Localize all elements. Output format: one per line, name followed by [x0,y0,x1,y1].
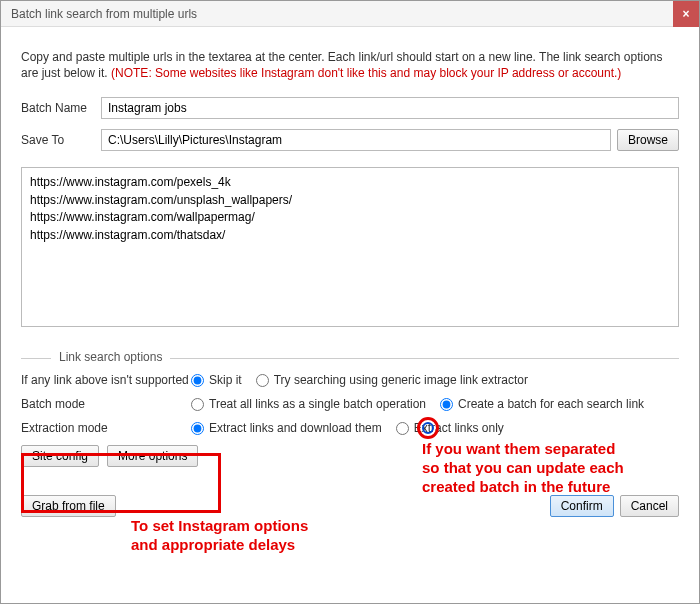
footer-right: Confirm Cancel [550,495,679,517]
radio-skip-it[interactable]: Skip it [191,373,242,387]
confirm-button[interactable]: Confirm [550,495,614,517]
radio-extract-download-label: Extract links and download them [209,421,382,435]
radio-generic-extractor-input[interactable] [256,374,269,387]
radio-generic-extractor-label: Try searching using generic image link e… [274,373,528,387]
radio-extract-only[interactable]: Extract links only [396,421,504,435]
opt-batch-mode-label: Batch mode [21,397,191,411]
radio-batch-per-link-input[interactable] [440,398,453,411]
batch-name-label: Batch Name [21,101,101,115]
close-icon: × [682,7,689,21]
radio-extract-download[interactable]: Extract links and download them [191,421,382,435]
instructions: Copy and paste multiple urls in the text… [21,49,679,81]
save-to-row: Save To Browse [21,129,679,151]
close-button[interactable]: × [673,1,699,27]
opt-unsupported-label: If any link above isn't supported [21,373,191,387]
radio-extract-download-input[interactable] [191,422,204,435]
grab-from-file-button[interactable]: Grab from file [21,495,116,517]
inline-buttons: Site config More options [21,445,679,467]
urls-textarea[interactable] [21,167,679,327]
radio-single-batch-input[interactable] [191,398,204,411]
radio-extract-only-label: Extract links only [414,421,504,435]
window-title: Batch link search from multiple urls [11,7,197,21]
link-search-options-legend: Link search options [51,350,170,364]
opt-unsupported-row: If any link above isn't supported Skip i… [21,373,679,387]
opt-batch-mode-row: Batch mode Treat all links as a single b… [21,397,679,411]
radio-skip-it-label: Skip it [209,373,242,387]
opt-extraction-mode-label: Extraction mode [21,421,191,435]
annotation-text-2-line-2: and appropriate delays [131,536,371,555]
save-to-input[interactable] [101,129,611,151]
radio-generic-extractor[interactable]: Try searching using generic image link e… [256,373,528,387]
radio-batch-per-link-label: Create a batch for each search link [458,397,644,411]
browse-button[interactable]: Browse [617,129,679,151]
batch-name-row: Batch Name [21,97,679,119]
more-options-button[interactable]: More options [107,445,198,467]
link-search-options: Link search options If any link above is… [21,348,679,467]
batch-name-input[interactable] [101,97,679,119]
dialog-content: Copy and paste multiple urls in the text… [1,27,699,531]
radio-single-batch[interactable]: Treat all links as a single batch operat… [191,397,426,411]
opt-extraction-mode-row: Extraction mode Extract links and downlo… [21,421,679,435]
radio-skip-it-input[interactable] [191,374,204,387]
footer: Grab from file Confirm Cancel [21,495,679,517]
instructions-note: (NOTE: Some websites like Instagram don'… [111,66,621,80]
radio-single-batch-label: Treat all links as a single batch operat… [209,397,426,411]
radio-extract-only-input[interactable] [396,422,409,435]
titlebar: Batch link search from multiple urls × [1,1,699,27]
save-to-label: Save To [21,133,101,147]
radio-batch-per-link[interactable]: Create a batch for each search link [440,397,644,411]
site-config-button[interactable]: Site config [21,445,99,467]
cancel-button[interactable]: Cancel [620,495,679,517]
